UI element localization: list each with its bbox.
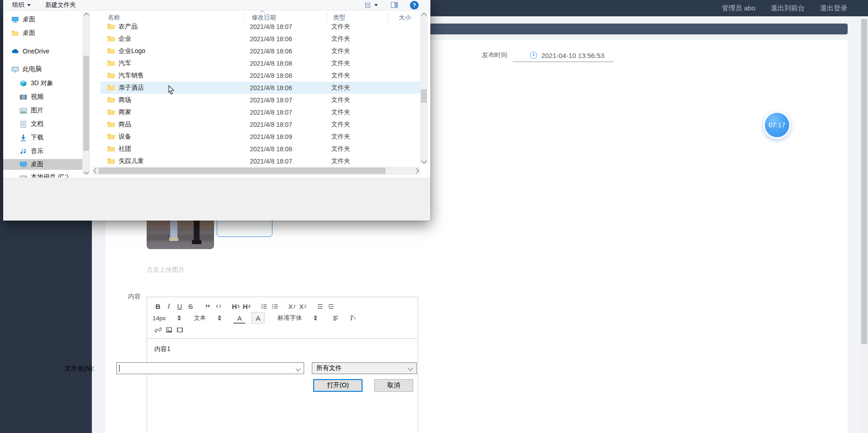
sidebar-scrollbar-thumb[interactable] xyxy=(83,56,89,151)
folder-icon xyxy=(107,145,115,152)
filename-dropdown-icon[interactable] xyxy=(296,366,300,371)
publish-time-value[interactable]: 2021-04-10 13:56:53 xyxy=(541,52,604,59)
recording-timer-badge[interactable]: 07:17 xyxy=(763,111,791,139)
editor-content-area[interactable]: 内容1 xyxy=(147,339,418,360)
clock-icon xyxy=(530,52,537,59)
list-scroll-up-arrow[interactable] xyxy=(420,12,428,19)
sidebar-item-videos[interactable]: 视频 xyxy=(3,91,82,102)
sidebar-item-downloads[interactable]: 下载 xyxy=(3,132,82,143)
superscript-icon[interactable]: X2 xyxy=(297,301,308,312)
sidebar-item-3d-objects[interactable]: 3D 对象 xyxy=(3,78,82,89)
code-block-icon[interactable] xyxy=(213,301,224,312)
page-scrollbar[interactable] xyxy=(860,16,868,433)
folder-icon xyxy=(107,24,115,30)
photo-shoe-left xyxy=(169,237,178,241)
sidebar-scroll-up-arrow[interactable] xyxy=(82,12,90,19)
insert-image-icon[interactable] xyxy=(163,324,174,335)
file-row[interactable]: 企业Logo 2021/4/8 18:06 文件夹 xyxy=(100,45,420,57)
sidebar-item-pictures[interactable]: 图片 xyxy=(3,105,82,116)
file-name: 汽车销售 xyxy=(119,72,250,80)
filename-label: 文件名(N): xyxy=(65,365,94,373)
sidebar-item-this-pc[interactable]: 此电脑 xyxy=(3,64,82,75)
file-row[interactable]: 失踪儿童 2021/4/8 18:07 文件夹 xyxy=(100,155,420,167)
column-header-size[interactable]: 大小 xyxy=(399,14,411,22)
sidebar-item-documents[interactable]: 文档 xyxy=(3,119,82,130)
organize-menu[interactable]: 组织 xyxy=(12,1,31,9)
folder-icon xyxy=(107,109,115,115)
outdent-icon[interactable] xyxy=(315,301,325,312)
scroll-right-arrow[interactable] xyxy=(413,168,419,174)
new-folder-button[interactable]: 新建文件夹 xyxy=(45,1,76,9)
view-mode-button[interactable] xyxy=(364,1,378,9)
font-family-select[interactable]: 标准字体 xyxy=(277,314,317,322)
file-row[interactable]: 商品 2021/4/8 18:07 文件夹 xyxy=(100,118,420,130)
file-row[interactable]: 亲子酒店 2021/4/8 18:06 文件夹 xyxy=(100,82,420,94)
navbar-exit-to-front[interactable]: 退出到前台 xyxy=(771,4,805,13)
horizontal-scrollbar-thumb[interactable] xyxy=(99,168,386,174)
bullet-list-icon[interactable] xyxy=(269,301,280,312)
file-list-scrollbar[interactable] xyxy=(420,12,428,164)
italic-icon[interactable]: I xyxy=(163,301,174,312)
file-type: 文件夹 xyxy=(331,35,350,43)
filetype-select[interactable]: 所有文件 xyxy=(312,362,417,374)
scroll-left-arrow[interactable] xyxy=(93,168,99,174)
open-button[interactable]: 打开(O) xyxy=(313,379,362,392)
file-row[interactable]: 商家 2021/4/8 18:07 文件夹 xyxy=(100,106,420,118)
horizontal-scrollbar[interactable] xyxy=(93,167,420,175)
text-style-select[interactable]: 文本 xyxy=(194,314,221,322)
indent-icon[interactable] xyxy=(325,301,336,312)
header-2-icon[interactable]: H2 xyxy=(241,301,252,312)
file-name: 设备 xyxy=(119,133,250,141)
folder-icon xyxy=(107,60,115,67)
file-row[interactable]: 企业 2021/4/8 18:06 文件夹 xyxy=(100,33,420,45)
sidebar-item-desktop-selected[interactable]: 桌面 xyxy=(3,159,82,170)
sidebar-item-music[interactable]: 音乐 xyxy=(3,146,82,157)
font-size-select[interactable]: 14px xyxy=(153,315,181,322)
sidebar-item-desktop[interactable]: 桌面 xyxy=(3,14,82,25)
background-color-icon[interactable]: A xyxy=(251,312,265,324)
strike-icon[interactable]: S xyxy=(185,301,196,312)
sidebar-scrollbar[interactable] xyxy=(82,12,90,175)
column-header-name[interactable]: 名称 xyxy=(108,14,120,22)
sidebar-item-desktop-folder[interactable]: 桌面 xyxy=(3,28,82,38)
page-scrollbar-thumb[interactable] xyxy=(861,19,867,344)
subscript-icon[interactable]: X2 xyxy=(286,301,297,312)
pictures-icon xyxy=(19,107,27,115)
ordered-list-icon[interactable]: 123 xyxy=(258,301,269,312)
file-row[interactable]: 设备 2021/4/8 18:09 文件夹 xyxy=(100,130,420,143)
navbar-logout[interactable]: 退出登录 xyxy=(820,4,847,13)
link-icon[interactable] xyxy=(153,324,163,335)
align-icon[interactable] xyxy=(330,313,341,323)
sidebar-item-local-disk-c[interactable]: 本地磁盘 (C:) xyxy=(3,172,82,178)
file-row[interactable]: 社团 2021/4/8 18:08 文件夹 xyxy=(100,143,420,155)
underline-icon[interactable]: U xyxy=(174,301,185,312)
column-header-type[interactable]: 类型 xyxy=(333,14,345,22)
bold-icon[interactable]: B xyxy=(153,301,163,312)
file-list-scrollbar-thumb[interactable] xyxy=(421,89,427,103)
file-row[interactable]: 商场 2021/4/8 18:07 文件夹 xyxy=(100,94,420,106)
column-header-date[interactable]: 修改日期 xyxy=(252,14,276,22)
sidebar-scroll-down-arrow[interactable] xyxy=(82,168,90,175)
svg-text:3: 3 xyxy=(261,306,262,309)
file-row[interactable]: 农产品 2021/4/8 18:07 文件夹 xyxy=(100,24,420,33)
header-1-icon[interactable]: H1 xyxy=(230,301,241,312)
file-row[interactable]: 汽车 2021/4/8 18:08 文件夹 xyxy=(100,57,420,69)
clean-format-icon[interactable]: Tx xyxy=(347,313,358,323)
file-type: 文件夹 xyxy=(331,108,350,116)
blockquote-icon[interactable] xyxy=(202,301,213,312)
file-name: 汽车 xyxy=(119,59,250,67)
navbar-admin-user[interactable]: 管理员 abo xyxy=(722,4,755,13)
preview-pane-button[interactable] xyxy=(391,1,398,9)
filename-input[interactable] xyxy=(116,362,304,374)
file-row[interactable]: 汽车销售 2021/4/8 18:08 文件夹 xyxy=(100,69,420,82)
insert-video-icon[interactable] xyxy=(174,324,185,335)
content-field-label: 内容 xyxy=(128,293,141,301)
publish-time-label: 发布时间 xyxy=(482,51,507,59)
cancel-button[interactable]: 取消 xyxy=(374,379,413,392)
text-color-icon[interactable]: A xyxy=(234,313,245,323)
help-button[interactable]: ? xyxy=(410,1,419,10)
list-scroll-down-arrow[interactable] xyxy=(420,157,428,164)
file-type: 文件夹 xyxy=(331,133,350,141)
sidebar-item-onedrive[interactable]: OneDrive xyxy=(3,46,82,57)
file-name: 失踪儿童 xyxy=(119,157,250,165)
